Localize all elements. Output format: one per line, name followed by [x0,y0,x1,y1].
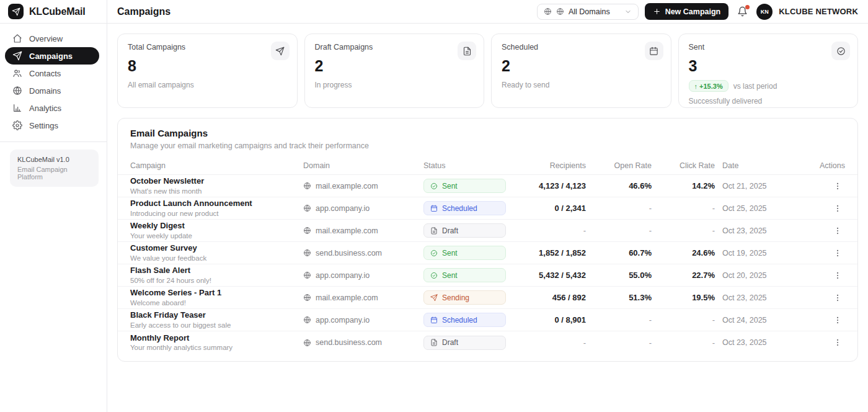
click-rate-cell: 19.5% [652,293,715,302]
status-badge: Draft [423,223,506,238]
domain-text: mail.example.com [316,182,378,190]
sidebar-item-settings[interactable]: Settings [5,117,99,134]
date-cell: Oct 23, 2025 [715,226,802,235]
sidebar-item-contacts[interactable]: Contacts [5,65,99,82]
table-row: October Newsletter What's new this month… [118,175,857,197]
table-row: Welcome Series - Part 1 Welcome aboard! … [118,287,857,309]
domain-text: app.company.io [316,316,370,325]
row-actions-button[interactable] [830,246,845,261]
domain-filter-select[interactable]: All Domains [537,4,639,20]
status-badge: Sent [423,179,506,193]
table-subtitle: Manage your email marketing campaigns an… [130,141,845,150]
column-header-date: Date [715,161,802,170]
page-title: Campaigns [117,6,170,17]
campaign-cell: Product Launch Announcement Introducing … [130,199,303,217]
users-icon [12,68,22,78]
status-badge: Sending [423,290,506,305]
status-label: Scheduled [442,204,477,213]
recipients-cell: 4,123 / 4,123 [532,181,586,190]
version-card: KLCubeMail v1.0 Email Campaign Platform [10,150,99,187]
content: Total Campaigns 8 All email campaigns Dr… [107,24,868,372]
stat-label: Scheduled [502,43,661,52]
date-cell: Oct 23, 2025 [715,338,802,347]
status-icon [430,249,438,257]
stat-card-total-campaigns: Total Campaigns 8 All email campaigns [117,34,298,108]
recipients-cell: - [532,338,586,347]
status-cell: Scheduled [423,313,532,327]
sidebar-item-label: Domains [29,86,61,96]
stat-sub: Ready to send [502,81,661,89]
table-row: Product Launch Announcement Introducing … [118,197,857,220]
campaign-name: Weekly Digest [130,222,303,231]
sidebar-item-campaigns[interactable]: Campaigns [5,47,99,65]
status-cell: Sent [423,179,532,193]
row-actions-button[interactable] [830,223,845,238]
globe-icon [303,271,311,279]
globe-icon [303,293,311,302]
sidebar-item-analytics[interactable]: Analytics [5,99,99,117]
campaign-subtitle: Welcome aboard! [130,299,303,307]
click-rate-cell: 24.6% [652,248,715,258]
campaign-name: Welcome Series - Part 1 [130,289,303,298]
campaign-subtitle: We value your feedback [130,254,303,262]
status-cell: Sending [423,290,532,305]
row-actions-button[interactable] [830,201,845,216]
open-rate-cell: - [586,204,652,213]
notifications-button[interactable] [737,6,748,17]
date-cell: Oct 24, 2025 [715,316,802,325]
sidebar-item-label: Campaigns [29,52,73,61]
click-rate-cell: - [652,226,715,235]
row-actions-button[interactable] [830,290,845,305]
gear-icon [12,120,22,130]
sidebar: KLCubeMail OverviewCampaignsContactsDoma… [0,0,107,412]
stat-sub: In progress [315,81,474,89]
brand-name: KLCubeMail [29,6,85,17]
status-icon [430,339,438,346]
new-campaign-button[interactable]: New Campaign [645,3,729,20]
row-actions-button[interactable] [830,179,845,194]
campaign-subtitle: Early access to our biggest sale [130,321,303,329]
trend-badge: ↑ +15.3% [689,80,728,92]
domain-cell: app.company.io [303,204,423,213]
globe-icon [12,86,22,96]
stat-value: 2 [315,57,474,75]
campaign-cell: Monthly Report Your monthly analytics su… [130,334,303,352]
stat-sub: All email campaigns [128,81,287,89]
sidebar-item-label: Settings [29,121,58,130]
column-header-click-rate: Click Rate [652,161,715,170]
open-rate-cell: - [586,226,652,235]
domain-text: send.business.com [316,338,382,347]
bar-chart-icon [12,103,22,113]
column-header-actions: Actions [802,161,845,170]
sidebar-item-label: Analytics [29,104,61,113]
paper-plane-icon [8,4,24,19]
file-icon [458,42,476,60]
click-rate-cell: 14.2% [652,181,715,190]
open-rate-cell: - [586,315,652,325]
status-icon [430,316,438,324]
sidebar-item-overview[interactable]: Overview [5,30,99,47]
table-row: Weekly Digest Your weekly update mail.ex… [118,220,857,242]
campaign-name: Customer Survey [130,244,303,253]
avatar[interactable]: KN [756,4,773,20]
stat-card-sent: Sent 3 ↑ +15.3% vs last period Successfu… [678,34,859,108]
sidebar-divider [0,141,107,142]
status-cell: Draft [423,336,532,350]
row-actions-button[interactable] [830,268,845,283]
sidebar-item-label: Contacts [29,69,61,78]
sidebar-item-domains[interactable]: Domains [5,82,99,99]
table-row: Monthly Report Your monthly analytics su… [118,331,857,354]
status-cell: Sent [423,268,532,282]
campaign-name: Black Friday Teaser [130,311,303,320]
status-icon [430,227,438,235]
notification-dot [745,5,750,9]
campaign-cell: Customer Survey We value your feedback [130,244,303,262]
status-badge: Sent [423,268,506,282]
row-actions-button[interactable] [830,335,845,350]
click-rate-cell: - [652,315,715,325]
row-actions-button[interactable] [830,313,845,328]
stat-value: 3 [689,57,848,75]
check-circle-icon [831,42,850,60]
open-rate-cell: 51.3% [586,293,652,302]
table-column-headers: Campaign Domain Status Recipients Open R… [118,156,857,175]
